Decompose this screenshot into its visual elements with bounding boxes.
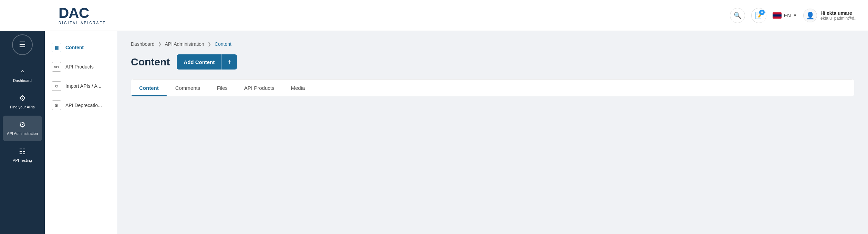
notification-badge: 0	[759, 10, 765, 15]
breadcrumb-current: Content	[215, 41, 231, 47]
user-area[interactable]: 👤 Hi ekta umare ekta.u+padmin@d...	[803, 9, 858, 22]
user-greeting: Hi ekta umare	[820, 10, 858, 16]
tab-files[interactable]: Files	[208, 79, 236, 96]
tab-media[interactable]: Media	[282, 79, 313, 96]
top-header: DAC DIGITAL APICRAFT 🔍 📝 0 EN ▼ 👤 Hi ekt…	[0, 0, 868, 31]
breadcrumb: Dashboard ❯ API Administration ❯ Content	[131, 41, 854, 47]
menu-icon: ☰	[19, 40, 26, 49]
page-header: Content Add Content +	[131, 54, 854, 70]
chevron-down-icon: ▼	[793, 13, 797, 18]
import-apis-nav-icon: ↻	[52, 81, 61, 91]
sub-sidebar-api-products-label: API Products	[65, 64, 94, 70]
home-icon: ⌂	[20, 67, 24, 76]
sub-sidebar-content-label: Content	[65, 45, 84, 50]
content-panel: Content Comments Files API Products Medi…	[131, 79, 854, 96]
notifications-button[interactable]: 📝 0	[751, 8, 766, 23]
logo-main: DAC	[59, 6, 106, 20]
language-label: EN	[784, 12, 791, 18]
sidebar-item-api-testing[interactable]: ☷ API Testing	[3, 142, 42, 168]
api-admin-icon: ⚙	[19, 120, 26, 129]
sidebar-item-find-apis[interactable]: ⚙ Find your APIs	[3, 89, 42, 114]
content-area: Dashboard ❯ API Administration ❯ Content…	[117, 31, 868, 234]
api-testing-icon: ☷	[19, 147, 26, 156]
sub-sidebar-import-apis-label: Import APIs / A...	[65, 83, 101, 89]
sidebar-item-dashboard[interactable]: ⌂ Dashboard	[3, 63, 42, 88]
flag-icon	[773, 12, 782, 19]
page-title: Content	[131, 56, 170, 68]
sidebar-menu-button[interactable]: ☰	[12, 34, 33, 55]
sub-sidebar-item-api-deprecation[interactable]: ⚙ API Deprecatio...	[45, 96, 117, 115]
add-content-plus-icon: +	[221, 54, 237, 70]
tab-api-products[interactable]: API Products	[236, 79, 283, 96]
breadcrumb-api-admin[interactable]: API Administration	[165, 41, 204, 47]
logo-subtitle: DIGITAL APICRAFT	[59, 21, 106, 25]
sidebar: ☰ ⌂ Dashboard ⚙ Find your APIs ⚙ API Adm…	[0, 31, 45, 234]
sidebar-item-api-admin[interactable]: ⚙ API Administration	[3, 116, 42, 141]
api-products-nav-icon: API	[52, 62, 61, 72]
sub-sidebar-item-content[interactable]: ▦ Content	[45, 38, 117, 57]
user-info: Hi ekta umare ekta.u+padmin@d...	[820, 10, 858, 21]
breadcrumb-sep-1: ❯	[158, 42, 162, 46]
sub-sidebar: ▦ Content API API Products ↻ Import APIs…	[45, 31, 117, 234]
main-layout: ☰ ⌂ Dashboard ⚙ Find your APIs ⚙ API Adm…	[0, 31, 868, 234]
language-selector[interactable]: EN ▼	[773, 12, 797, 19]
sidebar-dashboard-label: Dashboard	[13, 78, 32, 83]
sub-sidebar-item-api-products[interactable]: API API Products	[45, 57, 117, 76]
sidebar-api-admin-label: API Administration	[7, 131, 38, 136]
header-right: 🔍 📝 0 EN ▼ 👤 Hi ekta umare ekta.u+padmin…	[730, 8, 858, 23]
api-deprecation-nav-icon: ⚙	[52, 100, 61, 110]
content-nav-icon: ▦	[52, 43, 61, 52]
search-icon: 🔍	[734, 12, 741, 19]
sidebar-api-testing-label: API Testing	[13, 158, 32, 163]
tab-comments[interactable]: Comments	[167, 79, 209, 96]
tabs-bar: Content Comments Files API Products Medi…	[131, 79, 854, 96]
sidebar-find-apis-label: Find your APIs	[10, 105, 35, 109]
add-content-label: Add Content	[177, 59, 221, 65]
logo-area: DAC DIGITAL APICRAFT	[59, 6, 106, 25]
search-button[interactable]: 🔍	[730, 8, 745, 23]
user-email: ekta.u+padmin@d...	[820, 16, 858, 21]
tab-content[interactable]: Content	[131, 79, 167, 96]
add-content-button[interactable]: Add Content +	[177, 54, 237, 70]
breadcrumb-sep-2: ❯	[208, 42, 211, 46]
sub-sidebar-item-import-apis[interactable]: ↻ Import APIs / A...	[45, 76, 117, 96]
find-apis-icon: ⚙	[19, 94, 26, 103]
avatar: 👤	[803, 9, 817, 22]
sub-sidebar-api-deprecation-label: API Deprecatio...	[65, 103, 102, 108]
breadcrumb-dashboard[interactable]: Dashboard	[131, 41, 155, 47]
